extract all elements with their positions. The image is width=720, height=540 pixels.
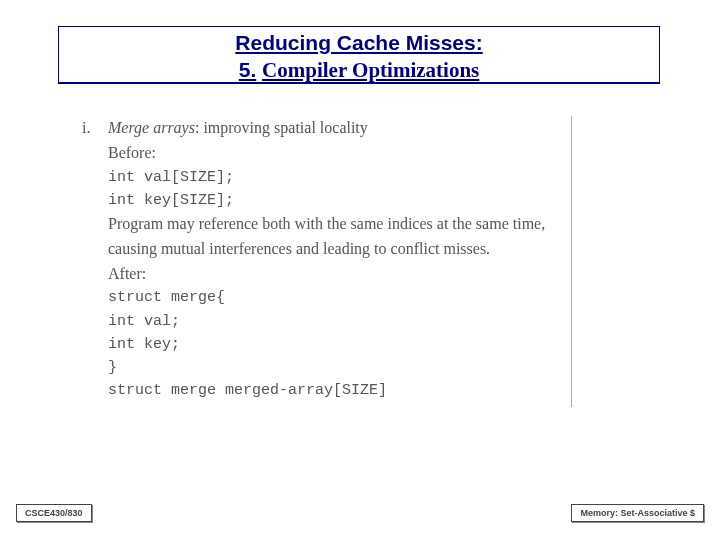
code-after-4: } — [108, 356, 561, 379]
title-subtitle: Compiler Optimizations — [262, 58, 479, 82]
title-number: 5. — [239, 58, 257, 81]
lead-italic: Merge arrays — [108, 119, 195, 136]
before-label: Before: — [108, 141, 561, 166]
lead-line: Merge arrays: improving spatial locality — [108, 116, 368, 141]
title-line1: Reducing Cache Misses: — [59, 30, 659, 55]
roman-numeral: i. — [82, 116, 94, 141]
code-before-2: int key[SIZE]; — [108, 189, 561, 212]
code-after-1: struct merge{ — [108, 286, 561, 309]
lead-rest: : improving spatial locality — [195, 119, 368, 136]
title-box: Reducing Cache Misses: 5. Compiler Optim… — [58, 26, 660, 84]
code-after-3: int key; — [108, 333, 561, 356]
item-i: i. Merge arrays: improving spatial local… — [82, 116, 561, 141]
code-after-5: struct merge merged-array[SIZE] — [108, 379, 561, 402]
after-label: After: — [108, 262, 561, 287]
footer-left: CSCE430/830 — [16, 504, 92, 522]
code-after-2: int val; — [108, 310, 561, 333]
title-line2: 5. Compiler Optimizations — [59, 57, 659, 83]
code-before-1: int val[SIZE]; — [108, 166, 561, 189]
paragraph: Program may reference both with the same… — [108, 212, 561, 262]
footer-right: Memory: Set-Associative $ — [571, 504, 704, 522]
content-block: i. Merge arrays: improving spatial local… — [82, 116, 572, 407]
